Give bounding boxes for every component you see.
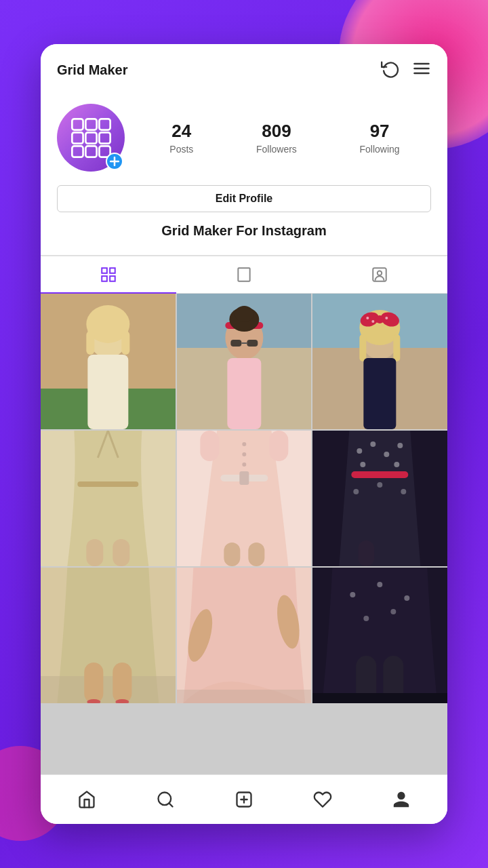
tagged-tab-icon: [371, 266, 388, 283]
svg-rect-54: [77, 481, 138, 487]
followers-count: 809: [262, 121, 291, 142]
avatar-container[interactable]: [57, 104, 125, 172]
add-post-icon: [235, 790, 253, 809]
svg-point-93: [364, 616, 369, 621]
nav-heart[interactable]: [304, 786, 342, 813]
svg-rect-43: [394, 334, 401, 361]
add-photo-button[interactable]: [106, 153, 123, 170]
svg-rect-26: [86, 331, 94, 355]
svg-point-72: [398, 443, 403, 448]
profile-icon: [392, 790, 411, 809]
svg-rect-35: [247, 340, 258, 347]
tab-single[interactable]: [176, 256, 312, 293]
svg-point-46: [376, 315, 384, 323]
search-icon: [156, 790, 175, 809]
svg-rect-97: [312, 693, 447, 703]
svg-point-71: [384, 452, 390, 457]
svg-point-60: [242, 442, 246, 446]
grid-cell-3[interactable]: [312, 294, 447, 429]
svg-rect-63: [200, 431, 219, 461]
followers-label: Followers: [256, 144, 297, 155]
profile-top: 24 Posts 809 Followers 97 Following: [57, 104, 431, 172]
svg-rect-10: [85, 146, 96, 157]
svg-rect-15: [110, 268, 115, 273]
stats-container: 24 Posts 809 Followers 97 Following: [138, 121, 431, 154]
grid-avatar-icon: [69, 116, 113, 160]
svg-rect-8: [99, 132, 110, 143]
nav-search[interactable]: [146, 786, 184, 813]
nav-add[interactable]: [225, 786, 263, 813]
menu-icon[interactable]: [412, 59, 431, 81]
grid-cell-7[interactable]: [41, 568, 176, 703]
svg-point-33: [235, 306, 253, 322]
svg-rect-86: [177, 690, 312, 703]
svg-rect-65: [224, 542, 240, 566]
tab-tagged[interactable]: [312, 256, 447, 293]
following-stat: 97 Following: [360, 121, 400, 154]
svg-rect-18: [238, 268, 249, 281]
svg-rect-16: [102, 276, 107, 281]
svg-point-92: [405, 595, 410, 601]
nav-home[interactable]: [68, 786, 106, 813]
grid-cell-8[interactable]: [177, 568, 312, 703]
followers-stat: 809 Followers: [256, 121, 297, 154]
svg-rect-56: [113, 539, 129, 566]
svg-rect-66: [248, 542, 264, 566]
svg-rect-14: [102, 268, 107, 273]
svg-point-74: [394, 462, 400, 467]
grid-tab-icon: [100, 266, 117, 283]
posts-stat: 24 Posts: [169, 121, 193, 154]
single-tab-icon: [235, 266, 253, 283]
header-icons: [381, 59, 431, 81]
svg-rect-24: [87, 355, 128, 429]
svg-point-47: [367, 317, 369, 319]
svg-point-90: [350, 592, 356, 597]
svg-rect-68: [352, 471, 409, 478]
svg-point-91: [378, 582, 383, 587]
svg-rect-64: [269, 431, 288, 461]
svg-rect-78: [359, 540, 375, 566]
grid-cell-2[interactable]: [177, 294, 312, 429]
tab-grid[interactable]: [41, 256, 176, 293]
svg-rect-59: [239, 471, 249, 485]
edit-profile-button[interactable]: Edit Profile: [57, 185, 431, 212]
svg-rect-6: [72, 132, 83, 143]
svg-rect-5: [99, 119, 110, 130]
svg-rect-34: [230, 340, 241, 347]
svg-point-70: [371, 441, 376, 447]
posts-count: 24: [171, 121, 191, 142]
svg-rect-82: [113, 663, 131, 703]
heart-icon: [313, 790, 332, 809]
svg-rect-55: [86, 539, 103, 566]
grid-cell-1[interactable]: [41, 294, 176, 429]
svg-point-48: [372, 320, 375, 323]
svg-point-94: [391, 609, 396, 614]
svg-rect-50: [364, 358, 396, 429]
history-icon[interactable]: [381, 59, 400, 81]
svg-rect-17: [110, 276, 115, 281]
svg-point-49: [386, 317, 388, 319]
photo-grid: [41, 294, 447, 774]
svg-line-99: [169, 803, 172, 806]
svg-rect-9: [72, 146, 83, 157]
grid-cell-6[interactable]: [312, 431, 447, 566]
svg-rect-4: [85, 119, 96, 130]
svg-point-73: [361, 462, 366, 467]
nav-profile[interactable]: [382, 786, 420, 813]
home-icon: [77, 790, 96, 809]
profile-username: Grid Maker For Instagram: [161, 223, 326, 239]
following-label: Following: [360, 144, 400, 155]
svg-point-62: [242, 462, 246, 467]
svg-rect-27: [121, 331, 129, 355]
svg-point-77: [401, 489, 407, 494]
tabs-bar: [41, 256, 447, 294]
grid-cell-9[interactable]: [312, 568, 447, 703]
grid-cell-5[interactable]: [177, 431, 312, 566]
grid-cell-4[interactable]: [41, 431, 176, 566]
svg-point-75: [354, 489, 359, 494]
svg-rect-42: [360, 334, 367, 361]
svg-rect-3: [72, 119, 83, 130]
svg-point-61: [242, 452, 246, 456]
following-count: 97: [370, 121, 390, 142]
svg-rect-37: [227, 358, 261, 429]
